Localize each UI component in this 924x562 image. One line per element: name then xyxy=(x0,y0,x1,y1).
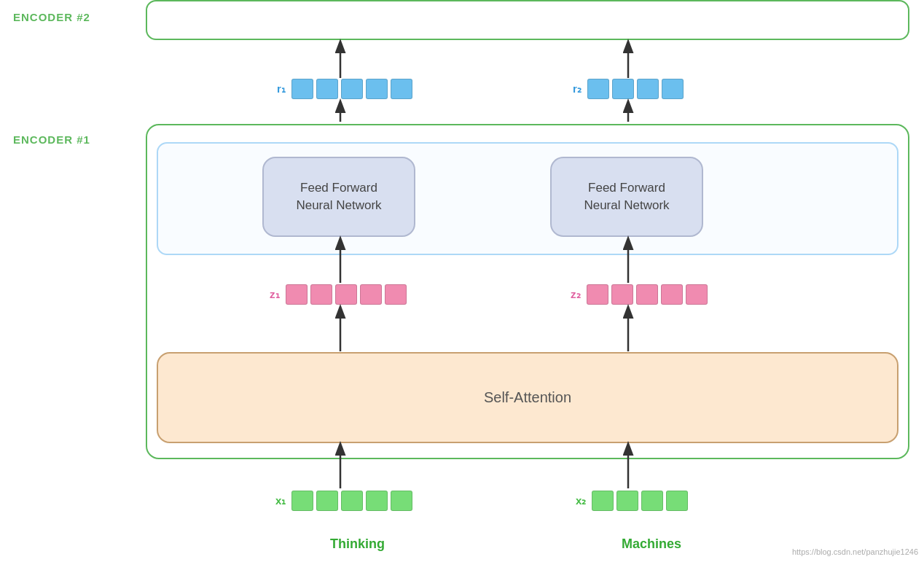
r1-block-1 xyxy=(291,79,313,99)
r1-block-2 xyxy=(316,79,338,99)
x2-block-2 xyxy=(616,491,638,511)
r1-block-3 xyxy=(341,79,363,99)
main-container: ENCODER #2 ENCODER #1 Feed ForwardNeural… xyxy=(0,0,924,562)
r1-vector-group: r₁ xyxy=(277,79,412,99)
r2-block-4 xyxy=(662,79,684,99)
ffnn-block-2: Feed ForwardNeural Network xyxy=(550,157,703,237)
x1-vector-group: x₁ xyxy=(275,491,412,511)
r1-block-5 xyxy=(391,79,412,99)
x1-block-4 xyxy=(366,491,388,511)
x1-block-5 xyxy=(391,491,412,511)
encoder2-label: ENCODER #2 xyxy=(13,11,90,23)
machines-label: Machines xyxy=(622,536,681,552)
ffnn-block-1: Feed ForwardNeural Network xyxy=(262,157,415,237)
z2-block-4 xyxy=(661,284,683,305)
x2-vector-group: x₂ xyxy=(576,491,688,511)
x1-block-1 xyxy=(291,491,313,511)
x1-block-2 xyxy=(316,491,338,511)
x2-block-1 xyxy=(592,491,614,511)
r2-block-3 xyxy=(637,79,659,99)
z1-vector-group: z₁ xyxy=(270,284,407,305)
self-attention-box: Self-Attention xyxy=(157,352,898,443)
encoder1-label: ENCODER #1 xyxy=(13,133,90,146)
x1-label: x₁ xyxy=(275,494,286,507)
self-attention-label: Self-Attention xyxy=(484,389,571,406)
r2-vector-group: r₂ xyxy=(573,79,684,99)
x2-block-4 xyxy=(666,491,688,511)
z2-block-5 xyxy=(686,284,708,305)
z1-block-5 xyxy=(385,284,407,305)
r1-block-4 xyxy=(366,79,388,99)
r2-label: r₂ xyxy=(573,82,582,95)
z1-block-1 xyxy=(286,284,308,305)
r2-block-1 xyxy=(587,79,609,99)
thinking-label: Thinking xyxy=(330,536,385,552)
watermark: https://blog.csdn.net/panzhujie1246 xyxy=(792,547,918,556)
z1-block-2 xyxy=(310,284,332,305)
z1-block-4 xyxy=(360,284,382,305)
z2-block-1 xyxy=(587,284,608,305)
z2-block-3 xyxy=(636,284,658,305)
x2-label: x₂ xyxy=(576,494,586,507)
z1-block-3 xyxy=(335,284,357,305)
x1-block-3 xyxy=(341,491,363,511)
encoder2-box xyxy=(146,0,909,40)
r2-block-2 xyxy=(612,79,634,99)
z1-label: z₁ xyxy=(270,288,280,301)
r1-label: r₁ xyxy=(277,82,286,95)
z2-block-2 xyxy=(611,284,633,305)
z2-vector-group: z₂ xyxy=(571,284,708,305)
x2-block-3 xyxy=(641,491,663,511)
z2-label: z₂ xyxy=(571,288,581,301)
